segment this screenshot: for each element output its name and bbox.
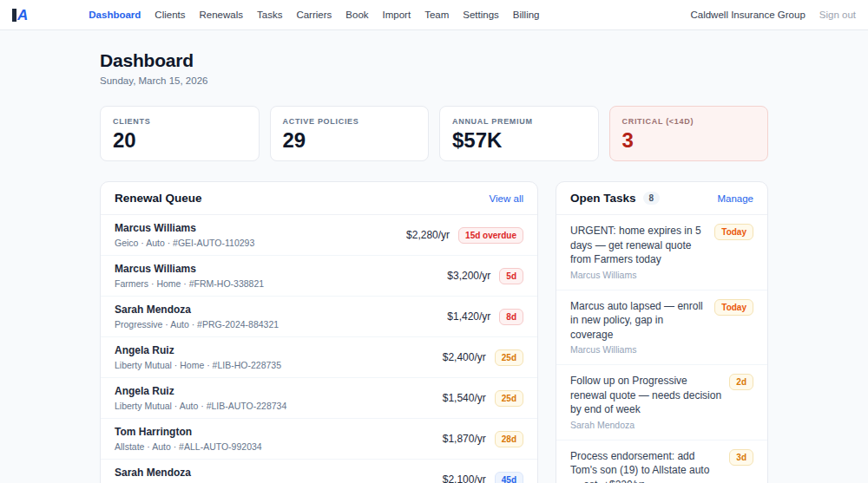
nav-item[interactable]: Billing (513, 10, 540, 20)
premium-amount: $2,280/yr (406, 229, 450, 241)
page-date: Sunday, March 15, 2026 (100, 75, 768, 86)
renewal-meta: $1,540/yr 25d (443, 390, 523, 407)
open-tasks-title: Open Tasks (570, 192, 636, 205)
stat-value: 20 (113, 128, 247, 153)
days-badge: 28d (495, 431, 523, 447)
days-badge: 15d overdue (458, 227, 523, 244)
renewal-client: Tom Harrington Allstate · Auto · #ALL-AU… (115, 426, 262, 452)
renewal-client: Angela Ruiz Liberty Mutual · Auto · #LIB… (115, 385, 286, 411)
days-badge: 5d (499, 268, 523, 284)
task-row[interactable]: Process endorsement: add Tom's son (19) … (556, 441, 767, 483)
renewal-client: Marcus Williams Geico · Auto · #GEI-AUTO… (115, 222, 254, 248)
open-tasks-list: URGENT: home expires in 5 days — get ren… (556, 215, 767, 483)
renewal-client: Sarah Mendoza Progressive · Auto · #PRG-… (115, 304, 279, 330)
task-row[interactable]: Marcus auto lapsed — enroll in new polic… (556, 290, 767, 366)
due-badge: 3d (729, 449, 753, 466)
renewal-row[interactable]: Angela Ruiz Liberty Mutual · Auto · #LIB… (101, 378, 537, 419)
renewal-row[interactable]: Marcus Williams Farmers · Home · #FRM-HO… (101, 256, 537, 297)
client-name: Angela Ruiz (115, 385, 286, 398)
client-name: Angela Ruiz (115, 344, 281, 357)
renewal-row[interactable]: Sarah Mendoza Progressive · Auto · #PRG-… (101, 297, 537, 337)
client-name: Sarah Mendoza (115, 304, 279, 317)
task-assignee: Marcus Williams (570, 270, 707, 280)
nav-item[interactable]: Clients (155, 10, 185, 20)
task-title: URGENT: home expires in 5 days — get ren… (570, 224, 707, 267)
premium-amount: $3,200/yr (447, 270, 490, 282)
renewal-row[interactable]: Tom Harrington Allstate · Auto · #ALL-AU… (101, 419, 537, 460)
logo-bar-icon (12, 9, 16, 22)
nav-items: Dashboard Clients Renewals Tasks Carrier… (89, 10, 539, 20)
premium-amount: $1,540/yr (443, 392, 486, 404)
nav-item[interactable]: Team (424, 10, 449, 20)
stat-value: 3 (622, 128, 756, 153)
task-title: Follow up on Progressive renewal quote —… (570, 374, 722, 417)
days-badge: 25d (495, 390, 523, 407)
manage-link[interactable]: Manage (717, 193, 753, 204)
due-badge: Today (714, 299, 753, 316)
days-badge: 8d (499, 309, 523, 325)
client-name: Marcus Williams (115, 263, 264, 276)
nav-item[interactable]: Settings (463, 10, 499, 20)
main-content: Dashboard Sunday, March 15, 2026 CLIENTS… (100, 30, 768, 483)
stat-label: CLIENTS (113, 117, 247, 126)
task-main: URGENT: home expires in 5 days — get ren… (570, 224, 707, 280)
renewal-queue-panel: Renewal Queue View all Marcus Williams G… (100, 181, 538, 483)
renewal-meta: $2,400/yr 25d (443, 349, 523, 366)
logo-letter: A (17, 9, 28, 22)
task-assignee: Sarah Mendoza (570, 420, 722, 430)
dashboard-columns: Renewal Queue View all Marcus Williams G… (100, 181, 768, 483)
client-name: Tom Harrington (115, 426, 262, 439)
renewal-meta: $3,200/yr 5d (447, 268, 523, 284)
premium-amount: $1,870/yr (443, 433, 486, 445)
renewal-meta: $1,870/yr 28d (443, 431, 523, 447)
due-badge: 2d (729, 374, 753, 390)
task-assignee: Marcus Williams (570, 344, 707, 355)
renewal-row[interactable]: Angela Ruiz Liberty Mutual · Home · #LIB… (101, 337, 537, 378)
client-name: Marcus Williams (115, 222, 254, 235)
top-nav: A Dashboard Clients Renewals Tasks Carri… (0, 0, 868, 30)
stat-cards: CLIENTS 20 ACTIVE POLICIES 29 ANNUAL PRE… (100, 106, 768, 161)
task-main: Process endorsement: add Tom's son (19) … (570, 449, 722, 483)
days-badge: 45d (495, 472, 523, 483)
nav-item[interactable]: Import (383, 10, 411, 20)
stat-value: $57K (452, 128, 586, 153)
task-title: Process endorsement: add Tom's son (19) … (570, 449, 722, 483)
nav-item[interactable]: Tasks (257, 10, 282, 20)
stat-value: 29 (283, 128, 417, 153)
renewal-client: Marcus Williams Farmers · Home · #FRM-HO… (115, 263, 264, 289)
stat-card: ANNUAL PREMIUM $57K (439, 106, 599, 161)
days-badge: 25d (495, 349, 523, 366)
stat-label: CRITICAL (<14D) (622, 117, 756, 126)
premium-amount: $2,400/yr (443, 351, 486, 363)
renewal-queue-title: Renewal Queue (115, 192, 202, 205)
policy-detail: Farmers · Home · #FRM-HO-338821 (115, 278, 264, 289)
premium-amount: $1,420/yr (447, 310, 490, 323)
app-logo[interactable]: A (12, 9, 28, 22)
renewal-client: Angela Ruiz Liberty Mutual · Home · #LIB… (115, 344, 281, 370)
renewal-meta: $2,100/yr 45d (443, 472, 523, 483)
renewal-queue-header: Renewal Queue View all (101, 182, 537, 215)
sign-out-link[interactable]: Sign out (819, 10, 856, 20)
stat-label: ANNUAL PREMIUM (452, 117, 586, 126)
view-all-link[interactable]: View all (490, 193, 523, 204)
renewal-queue-list: Marcus Williams Geico · Auto · #GEI-AUTO… (101, 215, 537, 483)
policy-detail: Allstate · Auto · #ALL-AUTO-992034 (115, 441, 262, 452)
renewal-meta: $1,420/yr 8d (447, 309, 523, 325)
policy-detail: Progressive · Auto · #PRG-2024-884321 (115, 319, 279, 330)
premium-amount: $2,100/yr (443, 473, 486, 483)
task-row[interactable]: URGENT: home expires in 5 days — get ren… (556, 215, 767, 290)
task-row[interactable]: Follow up on Progressive renewal quote —… (556, 365, 767, 441)
stat-card: CLIENTS 20 (100, 106, 260, 161)
nav-item[interactable]: Book (345, 10, 368, 20)
renewal-row[interactable]: Marcus Williams Geico · Auto · #GEI-AUTO… (101, 215, 537, 256)
client-name: Sarah Mendoza (115, 467, 267, 480)
open-tasks-count-badge: 8 (643, 192, 661, 205)
due-badge: Today (714, 224, 753, 240)
renewal-row[interactable]: Sarah Mendoza State Farm · Home · #SF-HO… (101, 460, 537, 483)
policy-detail: Liberty Mutual · Auto · #LIB-AUTO-228734 (115, 401, 286, 411)
nav-item[interactable]: Renewals (200, 10, 244, 20)
task-main: Marcus auto lapsed — enroll in new polic… (570, 299, 707, 356)
nav-item[interactable]: Carriers (296, 10, 332, 20)
nav-item[interactable]: Dashboard (89, 10, 141, 20)
org-name: Caldwell Insurance Group (690, 10, 805, 20)
